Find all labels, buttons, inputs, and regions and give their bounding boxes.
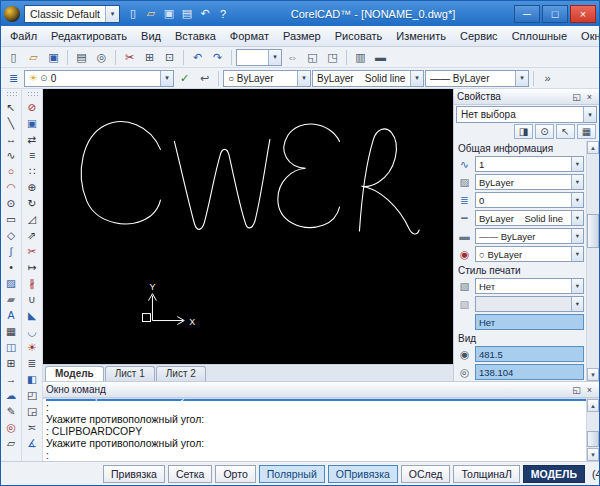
chamfer-tool-icon[interactable]: ◣ [23, 307, 42, 323]
dropdown-arrow-icon[interactable]: ▾ [571, 229, 583, 243]
properties-toggle-button[interactable]: ▥ [351, 48, 370, 66]
dropdown-arrow-icon[interactable]: ▾ [515, 71, 528, 86]
help-icon[interactable]: ? [214, 5, 232, 23]
extend-tool-icon[interactable]: ↦ [23, 259, 42, 275]
layer-field[interactable]: 0▾ [475, 192, 584, 208]
lineweight-field[interactable]: —— ByLayer▾ [475, 228, 584, 244]
print-button[interactable]: ▤ [72, 48, 91, 66]
line-tool-icon[interactable]: ╲ [2, 115, 21, 131]
dropdown-arrow-icon[interactable]: ▾ [571, 247, 583, 261]
scale-tool-icon[interactable]: ◿ [23, 211, 42, 227]
status-button-off[interactable]: Орто [215, 465, 255, 483]
move-tool-icon[interactable]: ⊕ [23, 179, 42, 195]
paste-button[interactable]: ⊡ [160, 48, 179, 66]
point-tool-icon[interactable]: • [2, 259, 21, 275]
rotate-tool-icon[interactable]: ↻ [23, 195, 42, 211]
select-filter-button[interactable]: ◨ [514, 124, 533, 139]
sketch-tool-icon[interactable]: ✎ [2, 403, 21, 419]
panel-settings-button[interactable]: ▦ [577, 124, 596, 139]
text-tool-icon[interactable]: A [2, 307, 21, 323]
dropdown-arrow-icon[interactable]: ▾ [571, 297, 583, 311]
block-tool-icon[interactable]: ◫ [2, 339, 21, 355]
linestyle-field[interactable]: ByLayer Solid line▾ [475, 210, 584, 226]
fillet-tool-icon[interactable]: ◡ [23, 323, 42, 339]
view-width-field[interactable]: 138.104 [475, 364, 584, 380]
dropdown-arrow-icon[interactable]: ▾ [571, 211, 583, 225]
zoom-combo[interactable]: ▾ [236, 49, 282, 66]
wipeout-tool-icon[interactable]: ▱ [2, 435, 21, 451]
scroll-track[interactable] [587, 412, 599, 448]
menu-item[interactable]: Сервис [453, 26, 505, 46]
menu-item[interactable]: Формат [223, 26, 276, 46]
scroll-track[interactable] [587, 154, 599, 368]
open-button[interactable]: ▱ [24, 48, 43, 66]
undo-icon[interactable]: ↶ [196, 5, 214, 23]
view-height-field[interactable]: 481.5 [475, 346, 584, 362]
match-properties-tool-icon[interactable]: ◧ [23, 371, 42, 387]
properties-tool-icon[interactable]: ≣ [23, 355, 42, 371]
dropdown-arrow-icon[interactable]: ▾ [297, 71, 310, 86]
command-history[interactable]: Укажите противоположный угол::Укажите пр… [43, 399, 586, 461]
join-tool-icon[interactable]: ∪ [23, 291, 42, 307]
scroll-up-icon[interactable]: ▲ [587, 399, 599, 412]
infinite-line-tool-icon[interactable]: ↔ [2, 131, 21, 147]
open-file-icon[interactable]: ▱ [142, 5, 160, 23]
print-style-table-field[interactable]: ▾ [475, 296, 584, 312]
group-tool-icon[interactable]: ◰ [23, 387, 42, 403]
print-style-field[interactable]: Нет▾ [475, 278, 584, 294]
selection-filter-combo[interactable]: Нет выбора ▾ [456, 106, 597, 123]
dropdown-arrow-icon[interactable]: ▾ [583, 107, 596, 122]
copy-button[interactable]: ⊞ [140, 48, 159, 66]
menu-item[interactable]: Вставка [168, 26, 223, 46]
toolbar-overflow-button[interactable]: » [538, 69, 557, 87]
donut-tool-icon[interactable]: ◎ [2, 419, 21, 435]
offset-tool-icon[interactable]: ≡ [23, 147, 42, 163]
hatch-tool-icon[interactable]: ▨ [2, 275, 21, 291]
scroll-thumb[interactable] [587, 431, 599, 447]
tab-sheet[interactable]: Лист 2 [156, 366, 206, 381]
menu-item[interactable]: Окно [574, 26, 600, 46]
new-file-icon[interactable]: ▯ [124, 5, 142, 23]
redo-button[interactable]: ↷ [208, 48, 227, 66]
polygon-tool-icon[interactable]: ◇ [2, 227, 21, 243]
measure-tool-icon[interactable]: ∡ [23, 435, 42, 451]
ellipse-tool-icon[interactable]: ⊙ [2, 195, 21, 211]
circle-tool-icon[interactable]: ○ [2, 163, 21, 179]
layers-manager-button[interactable]: ≣ [4, 69, 23, 87]
scroll-up-icon[interactable]: ▲ [587, 141, 599, 154]
layer-previous-button[interactable]: ↩ [195, 69, 214, 87]
undo-button[interactable]: ↶ [188, 48, 207, 66]
trim-tool-icon[interactable]: ✂ [23, 243, 42, 259]
print-preview-button[interactable]: ◎ [92, 48, 111, 66]
status-button-model[interactable]: МОДЕЛЬ [523, 465, 585, 483]
dropdown-arrow-icon[interactable]: ▾ [160, 71, 173, 86]
title-bar[interactable]: Classic Default ▾ ▯▱▣▤↶? CorelCAD™ - [NO… [1, 1, 599, 26]
drawing-canvas[interactable]: Y X [43, 89, 453, 364]
status-button-on[interactable]: Полярный [259, 465, 325, 483]
pan-button[interactable]: ⇔ [283, 48, 302, 66]
status-button-off[interactable]: ОСлед [401, 465, 451, 483]
properties-scrollbar[interactable]: ▲ ▼ [586, 141, 599, 381]
rectangle-tool-icon[interactable]: ▭ [2, 211, 21, 227]
layer-combo[interactable]: ☀⊙0▾ [24, 70, 174, 87]
dropdown-arrow-icon[interactable]: ▾ [571, 193, 583, 207]
scroll-down-icon[interactable]: ▼ [587, 448, 599, 461]
dropdown-arrow-icon[interactable]: ▾ [410, 71, 423, 86]
minimize-button[interactable]: ─ [514, 5, 540, 23]
save-button[interactable]: ▣ [44, 48, 63, 66]
status-button-off[interactable]: ТолщинаЛ [453, 465, 519, 483]
polyline-tool-icon[interactable]: ∿ [2, 147, 21, 163]
command-window-toggle-button[interactable]: ▬ [371, 48, 390, 66]
panel-float-icon[interactable]: ◱ [570, 91, 583, 103]
maximize-button[interactable]: □ [542, 5, 568, 23]
status-button-on[interactable]: ОПривязка [328, 465, 398, 483]
palette-grip[interactable] [6, 91, 17, 97]
tab-model[interactable]: Модель [45, 366, 104, 381]
menu-item[interactable]: Изменить [389, 26, 453, 46]
stretch-tool-icon[interactable]: ⇗ [23, 227, 42, 243]
quick-select-button[interactable]: ⊙ [535, 124, 554, 139]
panel-close-icon[interactable]: × [583, 91, 596, 103]
make-layer-current-button[interactable]: ✓ [175, 69, 194, 87]
array-tool-icon[interactable]: ∷ [23, 163, 42, 179]
arc-tool-icon[interactable]: ◠ [2, 179, 21, 195]
